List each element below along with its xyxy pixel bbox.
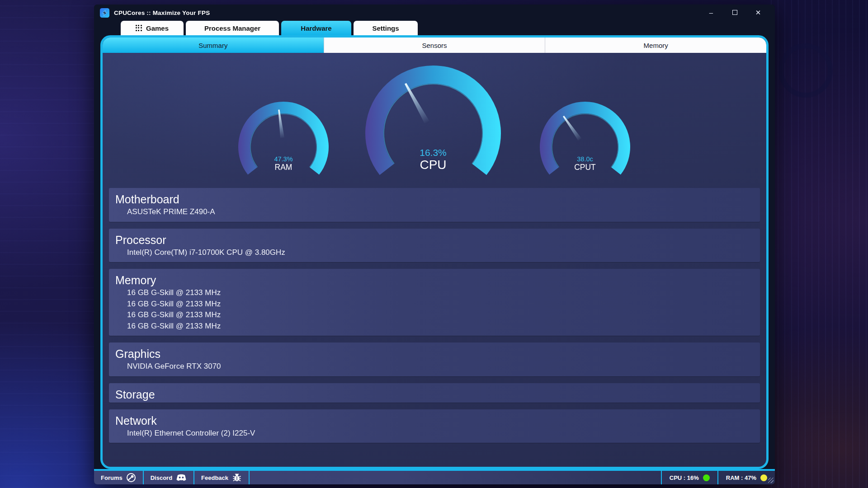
cpu-status-dot xyxy=(703,474,710,481)
section-title: Motherboard xyxy=(109,192,760,206)
cpu-meter-label: CPU : 16% xyxy=(670,474,699,481)
subtab-summary-label: Summary xyxy=(198,42,227,49)
cput-gauge-needle xyxy=(562,115,582,141)
ram-gauge-value: 47.3% xyxy=(234,155,333,163)
cput-gauge: 38.0c CPUT xyxy=(535,97,635,192)
tab-settings[interactable]: Settings xyxy=(354,21,418,35)
maximize-icon xyxy=(732,10,737,15)
cpu-gauge-label: CPU xyxy=(359,158,508,172)
section-item: 16 GB G-Skill @ 2133 MHz xyxy=(127,321,760,332)
resize-grip[interactable] xyxy=(768,478,774,483)
feedback-button[interactable]: Feedback xyxy=(194,471,250,484)
section-network: Network Intel(R) Ethernet Controller (2)… xyxy=(109,409,760,443)
steam-icon xyxy=(126,473,136,483)
section-item: Intel(R) Ethernet Controller (2) I225-V xyxy=(127,428,760,439)
section-title: Network xyxy=(109,413,760,428)
section-item: Intel(R) Core(TM) i7-10700K CPU @ 3.80GH… xyxy=(127,247,760,258)
ram-meter-label: RAM : 47% xyxy=(726,474,756,481)
hardware-sections: Motherboard ASUSTeK PRIME Z490-A Process… xyxy=(109,188,760,450)
subtab-summary[interactable]: Summary xyxy=(103,38,324,53)
forums-label: Forums xyxy=(101,474,123,481)
discord-button[interactable]: Discord xyxy=(144,471,194,484)
cput-gauge-label: CPUT xyxy=(535,163,635,172)
ram-status-dot xyxy=(760,474,767,481)
ram-meter: RAM : 47% xyxy=(717,471,775,484)
section-item: ASUSTeK PRIME Z490-A xyxy=(127,206,760,218)
discord-icon xyxy=(176,473,187,482)
circuit-socket-decoration xyxy=(778,43,833,98)
forums-button[interactable]: Forums xyxy=(94,471,144,484)
section-motherboard: Motherboard ASUSTeK PRIME Z490-A xyxy=(109,188,760,222)
summary-content: 47.3% RAM xyxy=(103,53,766,467)
tab-hardware[interactable]: Hardware xyxy=(281,21,351,35)
section-title: Processor xyxy=(109,233,760,247)
sub-tab-bar: Summary Sensors Memory xyxy=(103,38,766,53)
tab-process-manager-label: Process Manager xyxy=(204,24,260,32)
section-title: Memory xyxy=(109,273,760,287)
section-storage: Storage xyxy=(109,383,760,403)
section-title: Storage xyxy=(109,387,760,402)
status-bar-spacer xyxy=(250,471,661,484)
section-item: NVIDIA GeForce RTX 3070 xyxy=(127,361,760,372)
ram-gauge: 47.3% RAM xyxy=(234,97,333,192)
cput-gauge-value: 38.0c xyxy=(535,155,635,163)
subtab-sensors[interactable]: Sensors xyxy=(324,38,545,53)
feedback-label: Feedback xyxy=(201,474,228,481)
tab-process-manager[interactable]: Process Manager xyxy=(186,21,279,35)
tab-games[interactable]: Games xyxy=(121,21,184,35)
app-window: CPUCores :: Maximize Your FPS – ✕ Games … xyxy=(94,5,775,484)
subtab-sensors-label: Sensors xyxy=(422,42,447,49)
main-tab-bar: Games Process Manager Hardware Settings xyxy=(94,21,775,35)
maximize-button[interactable] xyxy=(730,8,740,18)
section-graphics: Graphics NVIDIA GeForce RTX 3070 xyxy=(109,343,760,376)
section-title: Graphics xyxy=(109,347,760,361)
title-bar[interactable]: CPUCores :: Maximize Your FPS – ✕ xyxy=(94,5,775,21)
section-item: 16 GB G-Skill @ 2133 MHz xyxy=(127,287,760,299)
games-grid-icon xyxy=(136,25,142,31)
cpu-gauge-value: 16.3% xyxy=(359,147,508,158)
status-bar: Forums Discord Feedback xyxy=(94,469,775,484)
tab-games-label: Games xyxy=(146,24,169,32)
circuit-traces-left xyxy=(0,0,95,488)
minimize-button[interactable]: – xyxy=(706,8,716,18)
app-logo-icon xyxy=(99,8,110,18)
subtab-memory[interactable]: Memory xyxy=(545,38,766,53)
subtab-memory-label: Memory xyxy=(644,42,668,49)
close-button[interactable]: ✕ xyxy=(753,8,763,18)
ram-gauge-label: RAM xyxy=(234,163,333,172)
cpu-meter: CPU : 16% xyxy=(661,471,717,484)
bug-icon xyxy=(232,473,242,483)
window-title: CPUCores :: Maximize Your FPS xyxy=(114,9,210,16)
section-item: 16 GB G-Skill @ 2133 MHz xyxy=(127,299,760,310)
section-memory: Memory 16 GB G-Skill @ 2133 MHz 16 GB G-… xyxy=(109,269,760,336)
tab-settings-label: Settings xyxy=(372,24,399,32)
hardware-panel: Summary Sensors Memory xyxy=(100,35,769,469)
section-item: 16 GB G-Skill @ 2133 MHz xyxy=(127,310,760,321)
discord-label: Discord xyxy=(151,474,172,481)
cpu-gauge-needle xyxy=(403,82,429,124)
cpu-gauge: 16.3% CPU xyxy=(359,61,508,197)
tab-hardware-label: Hardware xyxy=(301,24,331,32)
section-processor: Processor Intel(R) Core(TM) i7-10700K CP… xyxy=(109,229,760,263)
